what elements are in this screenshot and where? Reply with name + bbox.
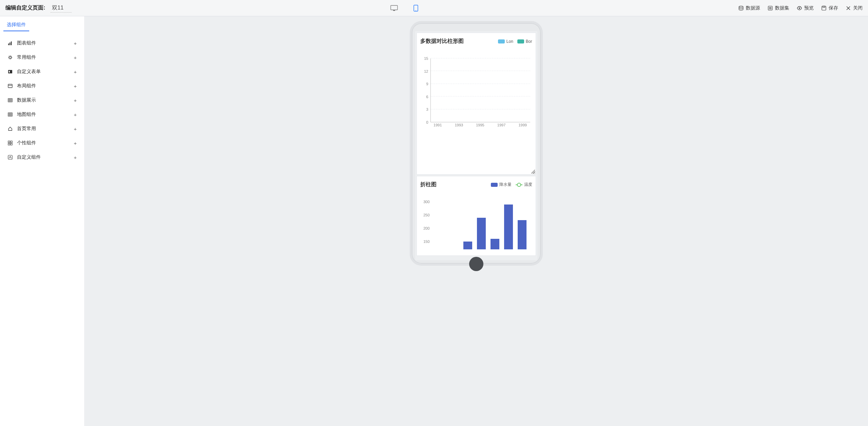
layout-icon [7,83,13,89]
svg-point-9 [799,7,800,9]
legend-label-temp: 温度 [524,182,532,188]
legend-label-rain: 降水量 [499,182,512,188]
svg-rect-15 [10,42,11,45]
bar [504,205,513,249]
y-tick: 12 [424,69,428,73]
chart1-legend: Lon Bor [498,39,532,44]
save-button[interactable]: 保存 [821,5,838,11]
sidebar-item-自定义组件[interactable]: 自定义组件+ [0,150,84,164]
table-icon [7,97,13,103]
y-tick: 200 [423,226,429,230]
x-tick: 1999 [518,123,527,130]
save-icon [821,5,827,11]
y-tick: 9 [426,82,428,86]
legend-label-lon: Lon [506,39,513,44]
svg-rect-35 [11,143,12,145]
close-button[interactable]: 关闭 [846,5,863,11]
sidebar-item-label: 布局组件 [17,83,36,89]
device-desktop-button[interactable] [389,4,399,12]
sidebar-item-数据展示[interactable]: 数据展示+ [0,93,84,107]
chart-card-bar-line[interactable]: 折柱图 降水量 温度 150200250300 [417,176,536,256]
sidebar-item-图表组件[interactable]: 图表组件+ [0,36,84,50]
phone-home-button [469,257,483,271]
eye-icon [797,5,802,11]
y-tick: 3 [426,107,428,111]
chart1-title: 多数据对比柱形图 [420,38,464,45]
sidebar-item-地图组件[interactable]: 地图组件+ [0,107,84,122]
dataset-button[interactable]: 数据集 [768,5,789,11]
y-tick: 0 [426,120,428,124]
close-label: 关闭 [853,5,863,11]
sidebar-item-label: 常用组件 [17,54,36,60]
expand-icon: + [74,55,77,60]
svg-rect-18 [8,70,12,73]
svg-rect-19 [9,71,10,73]
sidebar-item-label: 地图组件 [17,111,36,118]
legend-label-bor: Bor [526,39,532,44]
resize-handle[interactable] [531,170,535,174]
svg-point-17 [9,56,11,58]
y-tick: 6 [426,95,428,99]
home-icon [7,126,13,131]
sidebar-item-首页常用[interactable]: 首页常用+ [0,122,84,136]
list-icon [768,5,773,11]
table-icon [7,112,13,117]
expand-icon: + [74,112,77,118]
svg-rect-22 [8,99,12,102]
svg-rect-32 [8,141,10,143]
preview-label: 预览 [804,5,814,11]
expand-icon: + [74,83,77,89]
legend-line-temp [516,184,522,185]
svg-rect-1 [393,10,395,11]
svg-point-4 [739,6,743,7]
datasource-label: 数据源 [746,5,760,11]
sidebar-item-个性组件[interactable]: 个性组件+ [0,136,84,150]
topbar: 编辑自定义页面: 双11 数据源 数据集 预览 [0,0,868,16]
chart-card-grouped-bar[interactable]: 多数据对比柱形图 Lon Bor 03691215 19911993199519… [417,33,536,175]
chart-icon [7,40,13,46]
custom-icon [7,155,13,160]
svg-rect-27 [8,113,12,116]
form-icon [7,69,13,74]
legend-swatch-bor [517,39,524,43]
svg-rect-16 [11,41,12,45]
sidebar-item-label: 首页常用 [17,126,36,132]
svg-rect-14 [8,43,9,45]
bar [463,242,472,249]
page-name-input[interactable]: 双11 [51,4,72,13]
page-editor-title: 编辑自定义页面: [5,4,45,12]
close-icon [846,5,851,11]
expand-icon: + [74,140,77,146]
legend-swatch-rain [491,183,498,187]
y-tick: 15 [424,56,428,60]
sidebar-tab-select-components[interactable]: 选择组件 [3,22,29,31]
sidebar-item-布局组件[interactable]: 布局组件+ [0,79,84,93]
sidebar-item-label: 个性组件 [17,140,36,146]
svg-rect-20 [8,84,12,88]
datasource-button[interactable]: 数据源 [738,5,760,11]
svg-rect-10 [822,6,826,10]
phone-screen[interactable]: 多数据对比柱形图 Lon Bor 03691215 19911993199519… [415,31,537,260]
sidebar-item-自定义表单[interactable]: 自定义表单+ [0,65,84,79]
svg-point-3 [415,10,416,11]
x-tick: 1997 [497,123,505,130]
sidebar-item-label: 图表组件 [17,40,36,46]
y-tick: 150 [423,239,429,244]
gear-icon [7,55,13,60]
device-mobile-button[interactable] [411,4,421,12]
expand-icon: + [74,155,77,160]
sidebar-item-label: 自定义表单 [17,69,41,75]
expand-icon: + [74,69,77,75]
chart2-legend: 降水量 温度 [491,182,532,188]
x-tick: 1993 [455,123,463,130]
chart2-title: 折柱图 [420,181,437,188]
preview-button[interactable]: 预览 [797,5,814,11]
sidebar-item-常用组件[interactable]: 常用组件+ [0,50,84,65]
y-tick: 300 [423,200,429,204]
database-icon [738,5,744,11]
x-tick: 1991 [433,123,442,130]
expand-icon: + [74,126,77,132]
sidebar-item-label: 数据展示 [17,97,36,103]
expand-icon: + [74,97,77,103]
legend-swatch-lon [498,39,505,43]
